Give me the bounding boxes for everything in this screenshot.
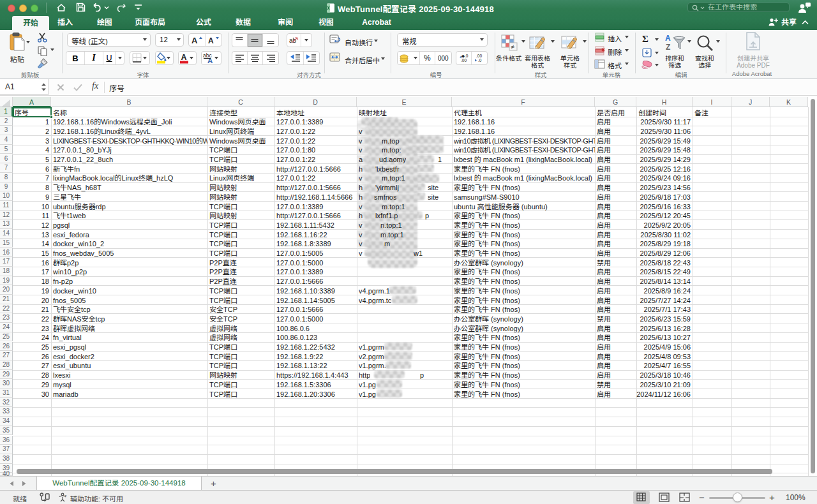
- svg-text:A: A: [181, 53, 187, 62]
- svg-text:.00: .00: [461, 58, 467, 63]
- svg-text:A: A: [665, 34, 671, 43]
- svg-text:A: A: [207, 57, 213, 64]
- svg-text:Z: Z: [666, 43, 670, 52]
- svg-text:◆.0: ◆.0: [461, 54, 468, 58]
- svg-text:A: A: [191, 36, 198, 44]
- svg-text:≠: ≠: [511, 43, 515, 50]
- svg-text:?: ?: [64, 494, 67, 498]
- svg-text:ab: ab: [289, 37, 297, 44]
- svg-text:A: A: [208, 36, 214, 44]
